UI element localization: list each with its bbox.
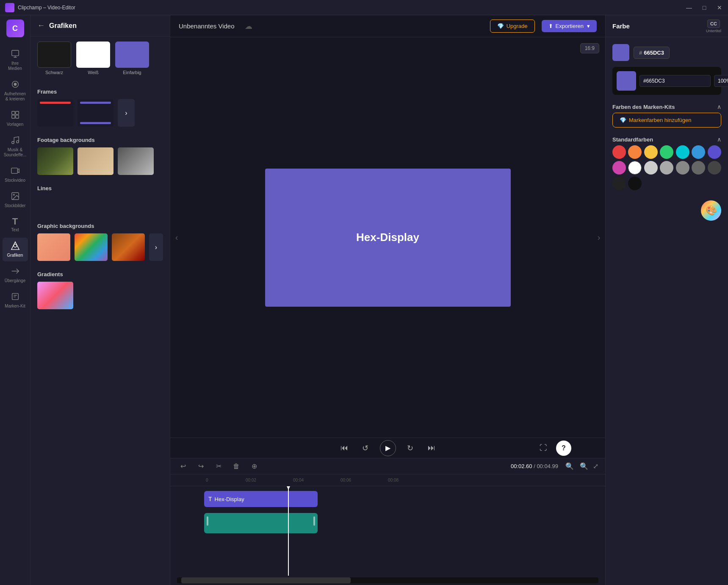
upgrade-button[interactable]: 💎 Upgrade (490, 19, 535, 33)
media-clip[interactable] (204, 513, 318, 533)
brand-btn-label: Markenfarben hinzufügen (629, 117, 691, 123)
footage-thumb-1[interactable] (37, 147, 73, 175)
standard-colors-chevron[interactable]: ∧ (717, 136, 721, 143)
sidebar-item-aufnehmen[interactable]: Aufnehmen & kreieren (3, 76, 28, 105)
cc-button[interactable]: CC (707, 19, 720, 28)
untertitel-label: Untertitel (706, 29, 721, 33)
brand-kit-chevron[interactable]: ∧ (717, 103, 721, 110)
color-swatches: Schwarz Weiß Einfarbig (37, 42, 163, 75)
timeline-expand-button[interactable]: ⤢ (593, 461, 598, 472)
ruler-mark-2: 00:02 (246, 478, 256, 482)
graphic-thumb-3[interactable] (112, 233, 145, 261)
window-controls[interactable]: — □ ✕ (686, 4, 723, 11)
minimize-button[interactable]: — (686, 4, 692, 11)
std-color-medgray[interactable] (660, 161, 673, 175)
std-color-blue[interactable] (692, 145, 705, 159)
frame-thumb-2[interactable] (78, 99, 113, 127)
skip-forward-button[interactable]: ⏭ (425, 441, 438, 455)
zoom-out-button[interactable]: 🔍 (564, 461, 575, 472)
delete-button[interactable]: 🗑 (230, 460, 242, 472)
add-brand-colors-button[interactable]: 💎 Markenfarben hinzufügen (612, 113, 721, 128)
sidebar-item-uebergaenge[interactable]: Übergänge (3, 263, 28, 287)
ruler-mark-4: 00:04 (293, 478, 304, 482)
std-color-black[interactable] (628, 177, 642, 190)
std-color-gray[interactable] (676, 161, 689, 175)
back-button[interactable]: ← (37, 21, 45, 30)
text-clip-icon: T (208, 496, 212, 502)
std-color-darkgray2[interactable] (708, 161, 721, 175)
footage-section: Footage backgrounds (30, 132, 170, 180)
media-button[interactable]: ⊕ (248, 460, 260, 472)
sidebar-label-medien: Ihre Medien (4, 61, 26, 71)
color-palette-button[interactable]: 🎨 (701, 200, 721, 221)
std-color-purple[interactable] (708, 145, 721, 159)
undo-button[interactable]: ↩ (177, 460, 189, 472)
sidebar-item-stockvideo[interactable]: Stockvideo (3, 163, 28, 186)
close-button[interactable]: ✕ (716, 4, 723, 11)
frame-thumb-1[interactable] (37, 99, 73, 127)
graphic-more-button[interactable]: › (149, 233, 163, 261)
timeline-scrollbar[interactable] (177, 577, 598, 583)
cut-button[interactable]: ✂ (213, 460, 224, 472)
sidebar-item-marken[interactable]: Marken-Kit (3, 288, 28, 312)
sidebar-label-musik: Musik & Soundeffe... (4, 147, 27, 158)
opacity-input[interactable] (714, 75, 728, 87)
svg-point-2 (14, 83, 17, 86)
graphic-thumb-2[interactable] (75, 233, 108, 261)
std-color-darkgray1[interactable] (692, 161, 705, 175)
export-button[interactable]: ⬆ Exportieren ▾ (542, 20, 597, 32)
timeline-area: ↩ ↪ ✂ 🗑 ⊕ 00:02.60 / 00:04.99 🔍 🔍 ⤢ (170, 458, 605, 585)
footage-thumb-3[interactable] (118, 147, 154, 175)
preview-nav-right[interactable]: › (592, 37, 605, 438)
sidebar-label-stockvideo: Stockvideo (5, 178, 25, 183)
frames-more-button[interactable]: › (118, 99, 135, 127)
std-color-orange[interactable] (628, 145, 642, 159)
topbar: Unbenanntes Video ☁ 💎 Upgrade ⬆ Exportie… (170, 15, 605, 37)
std-color-red[interactable] (612, 145, 626, 159)
sidebar-logo: C (6, 19, 24, 37)
sidebar-item-text[interactable]: T Text (3, 213, 28, 236)
aufnehmen-icon (11, 80, 20, 90)
main-area: Unbenanntes Video ☁ 💎 Upgrade ⬆ Exportie… (170, 15, 605, 585)
help-button[interactable]: ? (556, 441, 571, 456)
color-hex-input[interactable] (639, 75, 711, 87)
sidebar-item-vorlagen[interactable]: Vorlagen (3, 107, 28, 130)
export-chevron-icon: ▾ (587, 23, 590, 29)
swatch-schwarz[interactable]: Schwarz (37, 42, 71, 75)
forward-button[interactable]: ↻ (404, 441, 417, 455)
std-color-white[interactable] (628, 161, 642, 175)
fullscreen-button[interactable]: ⛶ (537, 441, 550, 455)
preview-area: 16:9 ‹ Hex-Display › (170, 37, 605, 438)
vorlagen-icon (11, 110, 20, 121)
brand-kit-header: Farben des Marken-Kits ∧ (612, 101, 721, 113)
maximize-button[interactable]: □ (701, 4, 708, 11)
play-button[interactable]: ▶ (380, 440, 396, 456)
std-color-magenta[interactable] (612, 161, 626, 175)
svg-rect-0 (11, 50, 19, 56)
sidebar-item-stockbilder[interactable]: Stockbilder (3, 188, 28, 212)
std-color-yellow[interactable] (644, 145, 658, 159)
preview-nav-left[interactable]: ‹ (170, 37, 183, 438)
redo-button[interactable]: ↪ (195, 460, 207, 472)
std-color-green[interactable] (660, 145, 673, 159)
sidebar-item-musik[interactable]: Musik & Soundeffe... (3, 132, 28, 161)
sidebar-item-medien[interactable]: Ihre Medien (3, 46, 28, 75)
sidebar-item-grafiken[interactable]: Grafiken (3, 238, 28, 261)
footage-thumb-2[interactable] (78, 147, 113, 175)
upgrade-gem-icon: 💎 (497, 23, 504, 29)
std-color-darkgray3[interactable] (612, 177, 626, 190)
std-color-cyan[interactable] (676, 145, 689, 159)
rewind-button[interactable]: ↺ (359, 441, 372, 455)
right-panel-header: Farbe CC Untertitel (606, 15, 728, 37)
gradient-thumb-1[interactable] (37, 282, 73, 309)
skip-back-button[interactable]: ⏮ (338, 441, 351, 455)
timeline-scroll-thumb[interactable] (181, 577, 351, 583)
timeline-toolbar: ↩ ↪ ✂ 🗑 ⊕ 00:02.60 / 00:04.99 🔍 🔍 ⤢ (170, 458, 605, 474)
swatch-einfarbig[interactable]: Einfarbig (115, 42, 149, 75)
swatch-weiss[interactable]: Weiß (76, 42, 110, 75)
graphic-thumb-1[interactable] (37, 233, 70, 261)
text-clip[interactable]: T Hex-Display (204, 491, 318, 507)
zoom-in-button[interactable]: 🔍 (579, 461, 590, 472)
std-color-lightgray[interactable] (644, 161, 658, 175)
footage-grid (37, 147, 163, 175)
